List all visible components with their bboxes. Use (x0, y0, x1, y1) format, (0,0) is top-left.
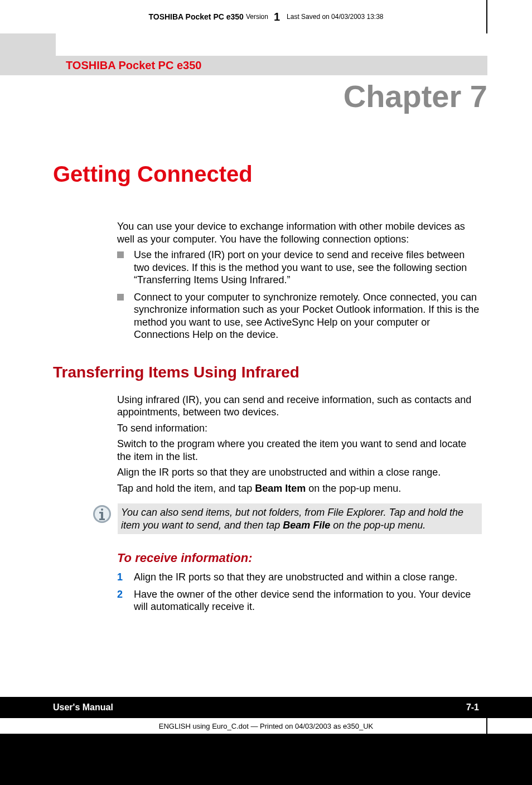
bullet-item: Connect to your computer to synchronize … (117, 291, 482, 341)
bullet-list: Use the infrared (IR) port on your devic… (117, 249, 482, 341)
bullet-item: Use the infrared (IR) port on your devic… (117, 249, 482, 287)
footer-rule (486, 714, 487, 736)
numbered-list: 1 Align the IR ports so that they are un… (117, 571, 482, 613)
info-icon (92, 504, 112, 524)
page-number: 7-1 (466, 702, 479, 713)
paragraph: Using infrared (IR), you can send and re… (117, 394, 482, 419)
header-version-num: 1 (274, 11, 280, 23)
note-box: You can also send items, but not folders… (118, 503, 482, 534)
paragraph: Tap and hold the item, and tap Beam Item… (117, 482, 482, 495)
paragraph: Switch to the program where you created … (117, 438, 482, 463)
grey-band-left (0, 33, 56, 75)
intro-block: You can use your device to exchange info… (117, 220, 482, 341)
footer-print-line: ENGLISH using Euro_C.dot — Printed on 04… (0, 718, 532, 734)
text-run: on the pop-up menu. (306, 483, 401, 494)
step-number: 2 (117, 588, 134, 613)
header-version-label: Version (246, 13, 268, 21)
svg-rect-5 (99, 519, 105, 520)
page-header: TOSHIBA Pocket PC e350 Version 1 Last Sa… (0, 0, 532, 33)
list-item: 2 Have the owner of the other device sen… (117, 588, 482, 613)
main-content: Getting Connected You can use your devic… (53, 162, 482, 618)
note-text: on the pop-up menu. (330, 520, 425, 531)
footer: User's Manual 7-1 (0, 697, 532, 718)
grey-band: TOSHIBA Pocket PC e350 (56, 56, 487, 75)
svg-rect-4 (99, 512, 102, 513)
beam-file-label: Beam File (283, 520, 330, 531)
beam-item-label: Beam Item (255, 483, 306, 494)
footer-bar: User's Manual 7-1 (0, 697, 532, 718)
paragraph: To send information: (117, 422, 482, 435)
step-text: Align the IR ports so that they are unob… (134, 571, 457, 584)
section-heading: Transferring Items Using Infrared (53, 364, 482, 381)
list-item: 1 Align the IR ports so that they are un… (117, 571, 482, 584)
header-saved: Last Saved on 04/03/2003 13:38 (287, 13, 383, 21)
text-run: Tap and hold the item, and tap (117, 483, 255, 494)
sub-sub-heading: To receive information: (117, 551, 482, 565)
step-text: Have the owner of the other device send … (134, 588, 482, 613)
svg-rect-2 (101, 508, 103, 511)
info-note: You can also send items, but not folders… (92, 503, 482, 534)
header-product: TOSHIBA Pocket PC e350 (148, 12, 243, 21)
section-body: Using infrared (IR), you can send and re… (117, 394, 482, 495)
step-number: 1 (117, 571, 134, 584)
chapter-title: Chapter 7 (344, 78, 487, 114)
intro-paragraph: You can use your device to exchange info… (117, 220, 482, 245)
header-rule (486, 0, 487, 33)
band-product: TOSHIBA Pocket PC e350 (66, 59, 201, 72)
page-title: Getting Connected (53, 162, 482, 187)
footer-left: User's Manual (53, 702, 113, 713)
paragraph: Align the IR ports so that they are unob… (117, 466, 482, 479)
